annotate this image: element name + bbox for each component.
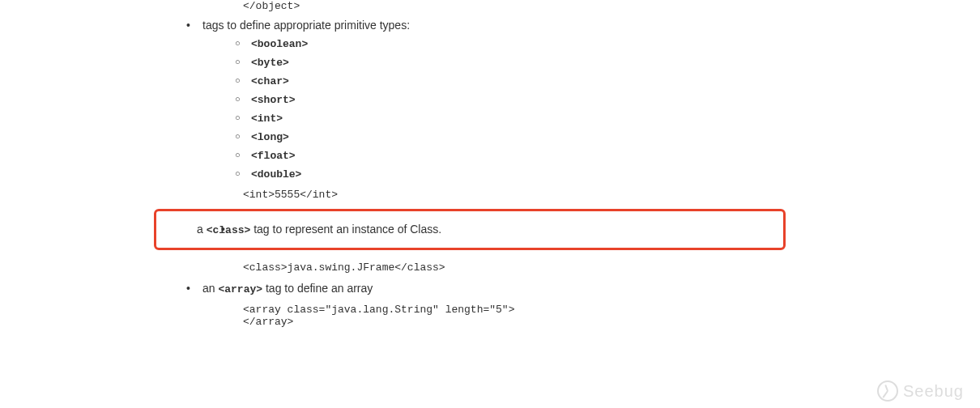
type-double: <double> [235,167,980,181]
watermark-text: Seebug [903,382,964,401]
code-closing-object: </object> [243,0,980,12]
type-int: <int> [235,111,980,125]
type-short: <short> [235,92,980,106]
highlight-box-class-tag: a <class> tag to represent an instance o… [154,209,786,250]
primitive-types-inner-list: <boolean> <byte> <char> <short> <int> <l… [235,36,980,181]
type-boolean: <boolean> [235,36,980,50]
outer-list: tags to define appropriate primitive typ… [162,19,980,201]
seebug-icon [877,380,898,402]
type-char: <char> [235,74,980,87]
watermark: Seebug [877,380,964,402]
type-float: <float> [235,148,980,162]
type-long: <long> [235,130,980,143]
primitive-types-label: tags to define appropriate primitive typ… [202,19,410,32]
class-example: <class>java.swing.JFrame</class> [243,261,980,274]
class-tag-text: a <class> tag to represent an instance o… [197,223,775,236]
list-item-primitive-types: tags to define appropriate primitive typ… [162,19,980,201]
type-byte: <byte> [235,55,980,69]
outer-list-2: an <array> tag to define an array <array… [162,282,980,328]
int-example: <int>5555</int> [243,189,980,201]
array-example: <array class="java.lang.String" length="… [243,304,980,328]
list-item-array-tag: an <array> tag to define an array <array… [162,282,980,328]
array-tag-text: an <array> tag to define an array [202,282,373,295]
